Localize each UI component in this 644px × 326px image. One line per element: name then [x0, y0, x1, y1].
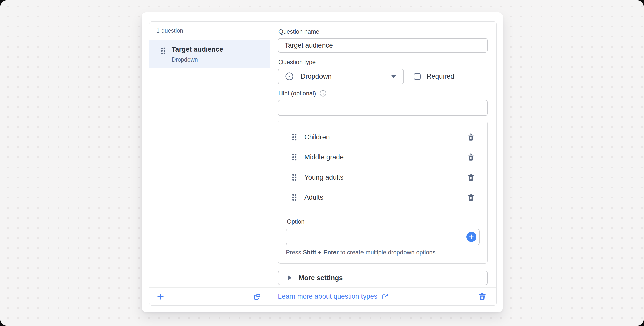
trash-icon [467, 153, 475, 161]
drag-handle-icon[interactable] [291, 194, 297, 201]
delete-option-button[interactable] [466, 132, 476, 142]
question-name-label: Question name [278, 28, 488, 35]
sidebar-footer [149, 287, 270, 305]
question-type-select[interactable]: Dropdown [278, 69, 404, 84]
required-group: Required [414, 73, 454, 80]
option-row: Young adults [286, 167, 480, 187]
required-label: Required [427, 73, 454, 80]
sidebar-spacer [149, 68, 270, 287]
add-option-button[interactable] [466, 232, 476, 242]
question-type-label: Question type [278, 59, 488, 66]
plus-icon [156, 293, 165, 301]
copy-icon [253, 292, 262, 301]
hint-label: Hint (optional) [278, 90, 316, 97]
new-option-input[interactable] [286, 229, 480, 245]
option-row: Children [286, 127, 480, 147]
helper-suffix: to create multiple dropdown options. [339, 249, 437, 256]
option-value: Middle grade [304, 153, 466, 161]
options-panel: Children [278, 121, 488, 264]
trash-icon [467, 193, 475, 202]
delete-question-button[interactable] [477, 291, 488, 302]
drag-handle-icon[interactable] [291, 174, 297, 181]
editor-body: Question name Question type Dropdown [270, 22, 496, 287]
hint-input[interactable] [278, 100, 488, 116]
more-settings-label: More settings [299, 274, 343, 282]
question-builder-card: 1 question Target audience [142, 12, 503, 312]
add-question-button[interactable] [155, 292, 166, 302]
delete-option-button[interactable] [466, 152, 476, 162]
more-settings-toggle[interactable]: More settings [278, 271, 488, 285]
delete-option-button[interactable] [466, 172, 476, 183]
option-value: Children [304, 133, 466, 141]
option-value: Adults [304, 194, 466, 201]
option-row: Middle grade [286, 147, 480, 167]
option-row: Adults [286, 187, 480, 208]
app-background: 1 question Target audience [0, 0, 644, 326]
learn-more-link[interactable]: Learn more about question types [278, 293, 389, 300]
hint-label-row: Hint (optional) [278, 90, 488, 97]
trash-icon [478, 292, 487, 301]
trash-icon [467, 133, 475, 141]
option-helper-text: Press Shift + Enter to create multiple d… [286, 249, 480, 256]
new-option-label: Option [287, 218, 480, 225]
required-checkbox[interactable] [414, 73, 421, 80]
editor-footer: Learn more about question types [270, 287, 496, 305]
external-link-icon [381, 293, 389, 300]
builder-panel: 1 question Target audience [149, 21, 497, 306]
question-editor: Question name Question type Dropdown [270, 22, 496, 305]
learn-more-link-label: Learn more about question types [278, 293, 377, 300]
option-value: Young adults [304, 174, 466, 181]
sidebar-item-text: Target audience Dropdown [172, 45, 223, 63]
helper-shortcut: Shift + Enter [303, 249, 339, 256]
delete-option-button[interactable] [466, 192, 476, 203]
sidebar-item-subtitle: Dropdown [172, 56, 223, 63]
info-icon[interactable] [319, 90, 327, 97]
trash-icon [467, 173, 475, 182]
question-list-sidebar: 1 question Target audience [149, 22, 270, 305]
duplicate-question-button[interactable] [252, 291, 263, 302]
question-name-input[interactable] [278, 38, 488, 53]
question-count: 1 question [149, 22, 270, 40]
drag-handle-icon[interactable] [160, 47, 166, 55]
drag-handle-icon[interactable] [291, 153, 297, 161]
caret-right-icon [287, 275, 292, 281]
sidebar-item-target-audience[interactable]: Target audience Dropdown [149, 40, 270, 68]
drag-handle-icon[interactable] [291, 133, 297, 141]
plus-icon [469, 234, 474, 240]
helper-prefix: Press [286, 249, 303, 256]
new-option-wrap [286, 229, 480, 245]
sidebar-item-title: Target audience [172, 45, 223, 53]
chevron-down-icon [390, 74, 397, 79]
question-type-value: Dropdown [301, 73, 390, 80]
dropdown-type-icon [285, 72, 294, 81]
question-type-row: Dropdown Required [278, 69, 488, 84]
